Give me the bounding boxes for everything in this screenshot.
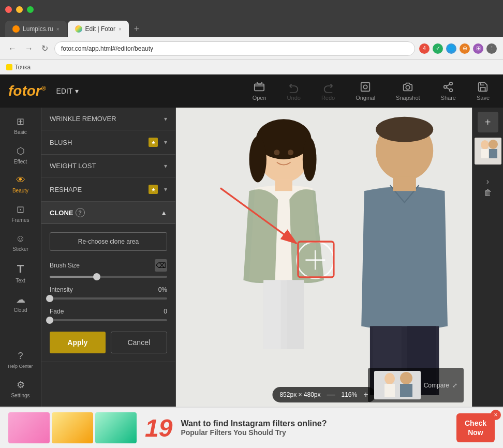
ad-cta-line2: Now [465,428,486,437]
blush-header[interactable]: BLUSH ★ ▾ [41,130,175,154]
address-input[interactable] [54,41,415,56]
toolbar-undo[interactable]: Undo [282,78,306,104]
extensions-icon[interactable]: 4 [419,43,430,54]
toolbar-save-label: Save [477,95,490,101]
refresh-btn[interactable]: ↻ [39,42,50,54]
svg-rect-30 [374,371,421,399]
fade-slider[interactable] [50,319,167,321]
apply-btn[interactable]: Apply [50,332,106,353]
menu-icon[interactable]: ⋮ [486,43,497,54]
tab-fotor-close[interactable]: × [119,26,122,32]
brush-size-slider[interactable] [50,276,167,278]
toolbar-redo[interactable]: Redo [316,78,340,104]
forward-btn[interactable]: → [23,43,35,54]
canvas-area[interactable]: 852px × 480px — 116% + [176,108,472,407]
sidebar-item-beauty[interactable]: 👁 Beauty [0,171,41,198]
compare-area[interactable]: Compare ⤢ [368,368,464,402]
minimize-window-btn[interactable] [16,6,23,13]
blush-label: BLUSH [50,139,72,146]
reshape-section: RESHAPE ★ ▾ [41,177,175,202]
sidebar-item-text[interactable]: T Text [0,258,41,288]
intensity-thumb[interactable] [46,295,53,302]
zoom-out-btn[interactable]: — [327,390,335,399]
eraser-icon[interactable]: ⌫ [155,259,167,272]
re-choose-btn[interactable]: Re-choose clone area [50,232,167,251]
frames-icon: ⊡ [17,204,24,215]
tab-fotor[interactable]: Edit | Fotor × [68,21,129,37]
wrinkle-section: WRINKLE REMOVER ▾ [41,108,175,130]
sidebar-item-frames[interactable]: ⊡ Frames [0,200,41,227]
toolbar-snapshot-label: Snapshot [396,95,420,101]
weight-header[interactable]: WEIGHT LOST ▾ [41,155,175,177]
clone-header[interactable]: CLONE ? ▲ [41,202,175,224]
browser-chrome: Lumpics.ru × Edit | Fotor × + ← → ↻ 4 ✓ … [0,0,503,74]
clone-help-icon[interactable]: ? [76,208,85,217]
wrinkle-arrow-icon: ▾ [164,115,167,123]
address-icons: 4 ✓ 🌐 ⊕ ⊞ ⋮ [419,43,497,54]
bookmark-label: Точка [14,64,31,71]
sidebar-item-settings[interactable]: ⚙ Settings [0,375,41,402]
fotor-logo: fotor® [8,83,46,99]
puzzle-icon[interactable]: ⊞ [473,43,483,54]
svg-point-14 [288,150,293,155]
svg-point-3 [406,85,410,89]
sidebar-label-text: Text [16,278,25,283]
layer-thumbnail[interactable] [475,138,501,165]
intensity-slider[interactable] [50,297,167,300]
toolbar-open[interactable]: Open [247,78,272,104]
svg-rect-20 [393,176,416,191]
tab-lumpics-close[interactable]: × [56,26,60,32]
canvas-dimensions: 852px × 480px [279,391,320,398]
top-toolbar: fotor® EDIT ▾ Open Undo Redo Original [0,74,503,108]
close-window-btn[interactable] [5,6,12,13]
svg-point-5 [444,85,447,88]
title-bar [0,0,503,19]
extension2-icon[interactable]: ⊕ [460,43,470,54]
translate-icon[interactable]: 🌐 [446,43,456,54]
bookmark-tochka[interactable]: Точка [6,64,31,71]
photo-canvas: 852px × 480px — 116% + [176,108,472,407]
svg-rect-39 [489,149,497,158]
fade-label: Fade [50,308,64,315]
sidebar-label-effect: Effect [14,159,27,165]
svg-point-38 [489,140,498,149]
maximize-window-btn[interactable] [27,6,34,13]
security-icon[interactable]: ✓ [433,43,443,54]
brush-size-thumb[interactable] [93,273,100,280]
toolbar-original[interactable]: Original [350,78,380,104]
clone-collapse-icon[interactable]: ▲ [160,209,167,217]
edit-dropdown-btn[interactable]: EDIT ▾ [56,87,79,95]
back-btn[interactable]: ← [6,43,19,54]
toolbar-snapshot[interactable]: Snapshot [391,78,425,104]
apply-label: Apply [67,338,87,347]
new-tab-btn[interactable]: + [130,21,144,37]
sidebar-item-sticker[interactable]: ☺ Sticker [0,229,41,256]
cancel-btn[interactable]: Cancel [111,332,168,353]
ad-close-btn[interactable]: × [491,410,501,420]
add-layer-btn[interactable]: + [478,112,498,132]
bookmark-favicon [6,64,12,70]
ad-number: 19 [145,414,172,442]
ad-cta-btn[interactable]: Check Now [456,413,495,442]
svg-rect-37 [481,149,489,158]
trash-icon[interactable]: 🗑 [484,188,492,198]
sidebar-item-help[interactable]: ? Help Center [0,347,41,373]
right-panel-chevron-icon[interactable]: › [486,177,489,186]
tabs-bar: Lumpics.ru × Edit | Fotor × + [0,19,503,37]
wrinkle-header[interactable]: WRINKLE REMOVER ▾ [41,108,175,130]
tab-lumpics[interactable]: Lumpics.ru × [5,21,67,37]
toolbar-save[interactable]: Save [471,78,495,104]
brush-size-control: Brush Size ⌫ [50,259,167,278]
sidebar-item-cloud[interactable]: ☁ Cloud [0,290,41,317]
toolbar-share[interactable]: Share [436,78,461,104]
reshape-header[interactable]: RESHAPE ★ ▾ [41,177,175,201]
canvas-svg [176,108,472,407]
compare-label: Compare [424,382,449,389]
fade-thumb[interactable] [46,317,53,324]
blush-section: BLUSH ★ ▾ [41,130,175,155]
reshape-premium-icon: ★ [149,185,158,194]
reshape-label: RESHAPE [50,186,82,193]
sidebar-item-effect[interactable]: ⬡ Effect [0,141,41,169]
tab-fotor-label: Edit | Fotor [85,25,115,33]
sidebar-item-basic[interactable]: ⊞ Basic [0,112,41,139]
